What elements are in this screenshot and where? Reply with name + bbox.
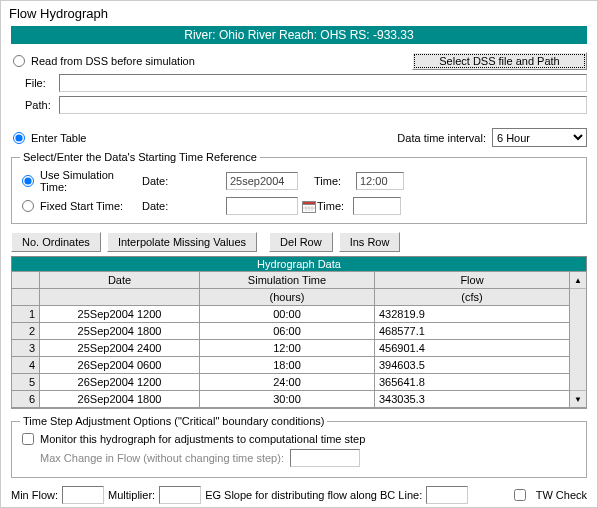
egslope-input[interactable] xyxy=(426,486,468,504)
minflow-label: Min Flow: xyxy=(11,489,58,501)
enter-table-radio[interactable] xyxy=(13,132,25,144)
date-label-1: Date: xyxy=(142,175,222,187)
river-info-bar: River: Ohio River Reach: OHS RS: -933.33 xyxy=(11,26,587,44)
fixed-time-input[interactable] xyxy=(353,197,401,215)
time-step-legend: Time Step Adjustment Options ("Critical"… xyxy=(20,415,327,427)
use-sim-time-radio[interactable] xyxy=(22,175,34,187)
maxchg-label: Max Change in Flow (without changing tim… xyxy=(40,452,284,464)
file-input[interactable] xyxy=(59,74,587,92)
time-ref-legend: Select/Enter the Data's Starting Time Re… xyxy=(20,151,260,163)
time-ref-fieldset: Select/Enter the Data's Starting Time Re… xyxy=(11,151,587,224)
tw-check-checkbox[interactable] xyxy=(514,489,526,501)
table-row[interactable]: 2 25Sep2004 1800 06:00 468577.1 xyxy=(12,323,570,340)
table-header-row: Date Simulation Time Flow xyxy=(12,272,570,289)
table-units-row: (hours) (cfs) xyxy=(12,289,570,306)
read-dss-radio[interactable] xyxy=(13,55,25,67)
fixed-start-label: Fixed Start Time: xyxy=(40,200,123,212)
table-row[interactable]: 3 25Sep2004 2400 12:00 456901.4 xyxy=(12,340,570,357)
multiplier-label: Multiplier: xyxy=(108,489,155,501)
table-scrollbar[interactable]: ▲ ▼ xyxy=(570,271,587,408)
use-sim-time-label: Use Simulation Time: xyxy=(40,169,142,193)
table-row[interactable]: 4 26Sep2004 0600 18:00 394603.5 xyxy=(12,357,570,374)
interval-select[interactable]: 6 Hour xyxy=(492,128,587,147)
fixed-start-radio[interactable] xyxy=(22,200,34,212)
interval-label: Data time interval: xyxy=(397,132,486,144)
time-label-2: Time: xyxy=(317,200,353,212)
minflow-input[interactable] xyxy=(62,486,104,504)
ins-row-button[interactable]: Ins Row xyxy=(339,232,401,252)
no-ordinates-button[interactable]: No. Ordinates xyxy=(11,232,101,252)
scroll-down-icon[interactable]: ▼ xyxy=(570,390,586,407)
sim-time-input xyxy=(356,172,404,190)
multiplier-input[interactable] xyxy=(159,486,201,504)
scroll-up-icon[interactable]: ▲ xyxy=(570,272,586,289)
sim-date-input xyxy=(226,172,298,190)
path-input[interactable] xyxy=(59,96,587,114)
enter-table-label: Enter Table xyxy=(31,132,86,144)
fixed-date-input[interactable] xyxy=(226,197,298,215)
monitor-checkbox[interactable] xyxy=(22,433,34,445)
hydrograph-data-header: Hydrograph Data xyxy=(11,256,587,271)
read-dss-label: Read from DSS before simulation xyxy=(31,55,195,67)
del-row-button[interactable]: Del Row xyxy=(269,232,333,252)
interpolate-button[interactable]: Interpolate Missing Values xyxy=(107,232,257,252)
egslope-label: EG Slope for distributing flow along BC … xyxy=(205,489,422,501)
calendar-icon[interactable] xyxy=(301,198,317,214)
table-row[interactable]: 1 25Sep2004 1200 00:00 432819.9 xyxy=(12,306,570,323)
time-step-fieldset: Time Step Adjustment Options ("Critical"… xyxy=(11,415,587,478)
file-label: File: xyxy=(25,77,53,89)
window-title: Flow Hydrograph xyxy=(1,1,597,24)
select-dss-button[interactable]: Select DSS file and Path xyxy=(412,52,587,70)
monitor-label: Monitor this hydrograph for adjustments … xyxy=(40,433,365,445)
table-row[interactable]: 6 26Sep2004 1800 30:00 343035.3 xyxy=(12,391,570,408)
time-label-1: Time: xyxy=(314,175,356,187)
date-label-2: Date: xyxy=(142,200,222,212)
path-label: Path: xyxy=(25,99,53,111)
svg-rect-1 xyxy=(303,202,316,205)
table-row[interactable]: 5 26Sep2004 1200 24:00 365641.8 xyxy=(12,374,570,391)
hydrograph-table[interactable]: Date Simulation Time Flow (hours) (cfs) … xyxy=(11,271,570,408)
maxchg-input[interactable] xyxy=(290,449,360,467)
tw-check-label: TW Check xyxy=(536,489,587,501)
